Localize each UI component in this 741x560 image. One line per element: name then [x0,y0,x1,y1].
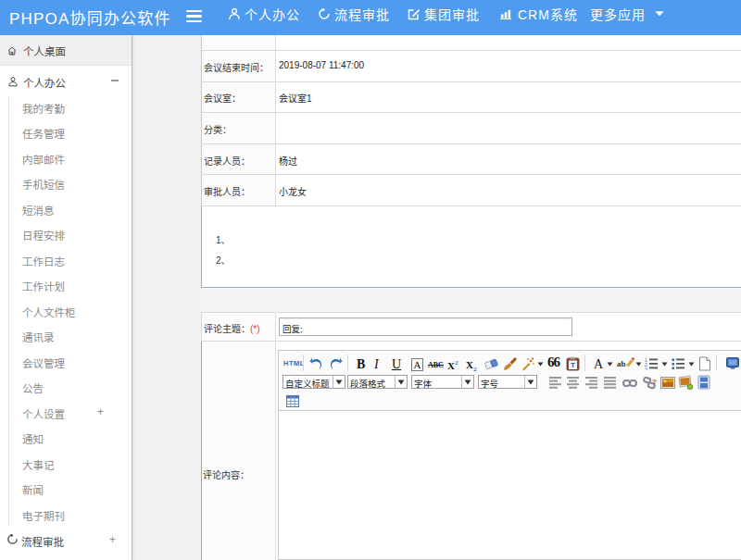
svg-text:3: 3 [645,367,647,371]
svg-text:?: ? [652,378,657,386]
svg-text:T: T [571,361,575,369]
